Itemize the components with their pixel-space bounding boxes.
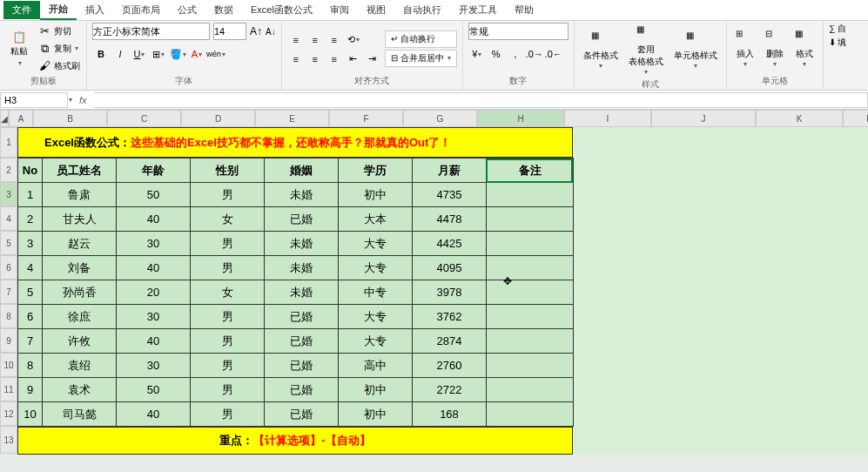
indent-right-button[interactable]: ⇥ (364, 51, 381, 68)
cell[interactable]: 初中 (339, 402, 413, 427)
cell[interactable]: 4735 (413, 183, 487, 207)
table-header[interactable]: 月薪 (413, 158, 487, 183)
delete-button[interactable]: ⊟删除▾ (762, 27, 788, 70)
cell[interactable]: 男 (191, 232, 265, 256)
cell[interactable]: 袁绍 (43, 354, 117, 378)
cell[interactable]: 大专 (339, 232, 413, 256)
cell[interactable] (487, 280, 574, 305)
table-header[interactable]: 婚姻 (265, 158, 339, 183)
cell[interactable]: 10 (18, 402, 43, 427)
row-header-6[interactable]: 6 (0, 255, 17, 280)
cell[interactable]: 168 (413, 402, 487, 427)
cell[interactable]: 女 (191, 207, 265, 232)
cell[interactable]: 中专 (339, 280, 413, 305)
tab-dev[interactable]: 开发工具 (450, 1, 506, 19)
col-header-I[interactable]: I (564, 110, 651, 127)
table-row[interactable]: 7许攸40男已婚大专2874 (18, 329, 574, 354)
cell[interactable]: 男 (191, 354, 265, 378)
cell[interactable]: 4 (18, 256, 43, 280)
cell[interactable]: 4425 (413, 232, 487, 256)
table-header[interactable]: 年龄 (117, 158, 191, 183)
wrap-text-button[interactable]: ↵自动换行 (385, 30, 457, 48)
cell[interactable]: 徐庶 (43, 305, 117, 329)
name-box[interactable]: H3 (0, 92, 68, 108)
cell[interactable]: 已婚 (265, 305, 339, 329)
row-header-10[interactable]: 10 (0, 353, 17, 377)
cell[interactable]: 孙尚香 (43, 280, 117, 305)
cell[interactable] (487, 305, 574, 329)
cell[interactable]: 未婚 (265, 232, 339, 256)
copy-button[interactable]: ⧉复制▾ (37, 41, 81, 57)
col-header-J[interactable]: J (651, 110, 756, 127)
cell[interactable] (487, 378, 574, 402)
cell[interactable]: 赵云 (43, 232, 117, 256)
cell[interactable] (487, 354, 574, 378)
row-header-9[interactable]: 9 (0, 328, 17, 353)
table-row[interactable]: 5孙尚香20女未婚中专3978 (18, 280, 574, 305)
cell[interactable]: 袁术 (43, 378, 117, 402)
tab-home[interactable]: 开始 (40, 0, 77, 20)
percent-button[interactable]: % (488, 45, 505, 63)
table-row[interactable]: 6徐庶30男已婚大专3762 (18, 305, 574, 329)
cell[interactable]: 大专 (339, 256, 413, 280)
cell[interactable]: 已婚 (265, 402, 339, 427)
underline-button[interactable]: U▾ (131, 45, 148, 63)
col-header-C[interactable]: C (107, 110, 181, 127)
cell[interactable]: 男 (191, 256, 265, 280)
tab-layout[interactable]: 页面布局 (113, 1, 169, 19)
col-header-D[interactable]: D (181, 110, 255, 127)
cell[interactable]: 男 (191, 378, 265, 402)
table-header[interactable]: No (18, 158, 43, 183)
cell[interactable] (487, 329, 574, 354)
align-top-button[interactable]: ≡ (287, 31, 305, 49)
align-center-button[interactable]: ≡ (306, 51, 324, 68)
cell[interactable]: 4478 (413, 207, 487, 232)
table-header[interactable]: 备注 (487, 158, 574, 183)
increase-decimal-button[interactable]: .0→ (526, 45, 543, 63)
row-header-4[interactable]: 4 (0, 206, 17, 231)
cell[interactable]: 男 (191, 329, 265, 354)
cell[interactable]: 50 (117, 183, 191, 207)
phonetic-button[interactable]: wén▾ (207, 45, 225, 63)
cell[interactable]: 20 (117, 280, 191, 305)
cell[interactable]: 30 (117, 232, 191, 256)
tab-insert[interactable]: 插入 (77, 1, 113, 19)
cell[interactable]: 40 (117, 329, 191, 354)
cell[interactable]: 刘备 (43, 256, 117, 280)
cell[interactable]: 已婚 (265, 378, 339, 402)
cell[interactable]: 40 (117, 256, 191, 280)
indent-left-button[interactable]: ⇤ (345, 51, 362, 68)
table-header[interactable]: 性别 (191, 158, 265, 183)
conditional-format-button[interactable]: ▦条件格式▾ (580, 29, 622, 71)
align-middle-button[interactable]: ≡ (306, 31, 324, 49)
cell[interactable]: 已婚 (265, 207, 339, 232)
border-button[interactable]: ⊞▾ (150, 45, 167, 63)
col-header-G[interactable]: G (403, 110, 477, 127)
cell[interactable]: 2722 (413, 378, 487, 402)
cell[interactable]: 40 (117, 207, 191, 232)
cell[interactable]: 大专 (339, 329, 413, 354)
formula-input[interactable] (94, 92, 868, 108)
cell[interactable]: 许攸 (43, 329, 117, 354)
table-row[interactable]: 2甘夫人40女已婚大本4478 (18, 207, 574, 232)
cell[interactable]: 女 (191, 280, 265, 305)
cell[interactable]: 已婚 (265, 329, 339, 354)
tab-file[interactable]: 文件 (3, 1, 40, 19)
cells-area[interactable]: Excel函数公式：这些基础的Excel技巧都不掌握，还敢称高手？那就真的Out… (17, 127, 574, 455)
col-header-B[interactable]: B (33, 110, 107, 127)
cell[interactable]: 30 (117, 354, 191, 378)
font-size-select[interactable] (213, 23, 246, 40)
cell[interactable]: 甘夫人 (43, 207, 117, 232)
cell[interactable]: 30 (117, 305, 191, 329)
decrease-decimal-button[interactable]: .0← (545, 45, 562, 63)
italic-button[interactable]: I (111, 45, 129, 63)
number-format-select[interactable] (468, 23, 569, 40)
cell[interactable]: 司马懿 (43, 402, 117, 427)
cell[interactable]: 未婚 (265, 256, 339, 280)
cell[interactable]: 3762 (413, 305, 487, 329)
table-row[interactable]: 8袁绍30男已婚高中2760 (18, 354, 574, 378)
cell[interactable]: 高中 (339, 354, 413, 378)
cell[interactable]: 5 (18, 280, 43, 305)
table-row[interactable]: 1鲁肃50男未婚初中4735 (18, 183, 574, 207)
decrease-font-button[interactable]: A↓ (266, 27, 276, 37)
